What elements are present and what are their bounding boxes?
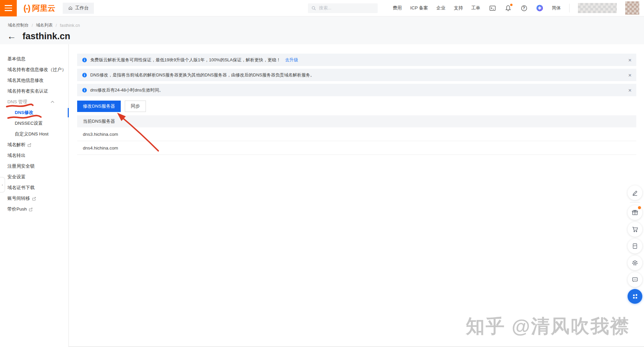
notification-dot xyxy=(510,4,513,6)
nav-enterprise[interactable]: 企业 xyxy=(436,5,445,11)
table-row: dns3.hichina.com xyxy=(77,127,636,141)
page-title-band: 域名控制台 / 域名列表 / fasthink.cn ← fasthink.cn xyxy=(0,16,644,44)
sidebar-item-account-transfer[interactable]: 账号间转移 xyxy=(0,193,68,204)
sidebar: 基本信息 域名持有者信息修改（过户） 域名其他信息修改 域名持有者实名认证 DN… xyxy=(0,44,69,347)
notification-bell-icon[interactable] xyxy=(504,4,512,12)
external-link-icon xyxy=(29,207,33,212)
content-bottom-divider xyxy=(69,346,644,347)
nav-icp[interactable]: ICP 备案 xyxy=(410,5,428,11)
sidebar-item-holder-info-change[interactable]: 域名持有者信息修改（过户） xyxy=(0,64,68,75)
nav-billing[interactable]: 费用 xyxy=(393,5,402,11)
page-title: fasthink.cn xyxy=(22,31,70,42)
nav-support[interactable]: 支持 xyxy=(454,5,463,11)
selected-indicator xyxy=(68,108,69,117)
nav-ticket[interactable]: 工单 xyxy=(471,5,480,11)
external-link-icon xyxy=(27,143,32,147)
chevron-right-icon: › xyxy=(2,183,3,187)
aliyun-logo[interactable]: (-) 阿里云 xyxy=(17,3,63,13)
breadcrumb-domain-console[interactable]: 域名控制台 xyxy=(8,22,29,28)
sidebar-item-registry-lock[interactable]: 注册局安全锁 xyxy=(0,161,68,172)
mobile-app-icon[interactable]: APP xyxy=(628,239,642,253)
app-download-icon[interactable] xyxy=(536,4,543,12)
banner-text: dns修改后有24-48小时dns生效时间。 xyxy=(90,87,163,93)
search-placeholder: 搜索... xyxy=(319,5,331,11)
sidebar-item-push-with-price[interactable]: 带价Push xyxy=(0,204,68,215)
close-icon[interactable]: × xyxy=(628,57,632,63)
hamburger-menu-icon[interactable] xyxy=(0,0,17,16)
toolbar-divider xyxy=(630,202,640,203)
sidebar-item-realname-auth[interactable]: 域名持有者实名认证 xyxy=(0,86,68,97)
sidebar-item-dnssec[interactable]: DNSSEC设置 xyxy=(0,118,68,129)
gift-icon[interactable] xyxy=(628,205,642,220)
sidebar-item-other-info-change[interactable]: 域名其他信息修改 xyxy=(0,75,68,86)
aliyun-logo-mark: (-) xyxy=(23,3,30,13)
back-arrow-icon[interactable]: ← xyxy=(7,32,16,41)
gift-notification-dot xyxy=(638,206,641,209)
close-icon[interactable]: × xyxy=(628,87,632,93)
close-icon[interactable]: × xyxy=(628,72,632,78)
cart-icon[interactable] xyxy=(628,222,642,237)
account-avatar-blurred[interactable] xyxy=(625,1,639,15)
info-banner-dns-explain: DNS修改，是指将当前域名的解析DNS服务器更换为其他的DNS服务器，由修改后的… xyxy=(77,69,636,81)
search-input[interactable]: 搜索... xyxy=(308,3,378,13)
upgrade-link[interactable]: 去升级 xyxy=(285,57,298,63)
table-header: 当前DNS服务器 xyxy=(77,115,636,127)
cloudshell-icon[interactable] xyxy=(489,4,496,12)
settings-gear-icon[interactable] xyxy=(628,255,642,270)
header-divider xyxy=(569,4,570,12)
sidebar-item-dns-modify[interactable]: DNS修改 xyxy=(0,107,68,118)
info-banner-dns-effect-time: dns修改后有24-48小时dns生效时间。 × xyxy=(77,84,636,96)
modify-dns-server-button[interactable]: 修改DNS服务器 xyxy=(77,101,121,112)
sidebar-item-basic-info[interactable]: 基本信息 xyxy=(0,54,68,64)
info-banner-upgrade: 免费版云解析无服务可用性保证，最低19块9升级个人版1年，100%的SLA保证，… xyxy=(77,54,636,66)
workbench-label: 工作台 xyxy=(75,5,89,11)
table-row: dns4.hichina.com xyxy=(77,141,636,155)
breadcrumb-domain-list[interactable]: 域名列表 xyxy=(36,22,53,28)
sidebar-group-dns-management[interactable]: DNS 管理 xyxy=(0,97,68,107)
banner-text: 免费版云解析无服务可用性保证，最低19块9升级个人版1年，100%的SLA保证，… xyxy=(90,57,281,63)
sidebar-item-security-settings[interactable]: 安全设置 xyxy=(0,172,68,182)
main-content: 免费版云解析无服务可用性保证，最低19块9升级个人版1年，100%的SLA保证，… xyxy=(69,44,644,347)
breadcrumb-current: fasthink.cn xyxy=(60,23,80,28)
info-icon xyxy=(82,88,87,93)
home-icon xyxy=(68,6,73,10)
banner-text: DNS修改，是指将当前域名的解析DNS服务器更换为其他的DNS服务器，由修改后的… xyxy=(90,72,315,78)
breadcrumb-separator: / xyxy=(32,23,33,28)
sidebar-collapse-handle[interactable]: › xyxy=(0,177,5,192)
svg-text:APP: APP xyxy=(633,245,637,247)
chat-feedback-icon[interactable] xyxy=(628,272,642,287)
feedback-pencil-icon[interactable] xyxy=(628,185,642,200)
sidebar-item-dns-resolution[interactable]: 域名解析 xyxy=(0,139,68,150)
current-dns-table: 当前DNS服务器 dns3.hichina.com dns4.hichina.c… xyxy=(77,115,636,155)
info-icon xyxy=(82,57,87,63)
info-icon xyxy=(82,72,87,78)
sync-button[interactable]: 同步 xyxy=(125,101,146,112)
sidebar-item-custom-dns-host[interactable]: 自定义DNS Host xyxy=(0,129,68,139)
top-header: (-) 阿里云 工作台 搜索... 费用 ICP 备案 企业 支持 工单 xyxy=(0,0,644,16)
help-icon[interactable]: ? xyxy=(520,4,528,12)
language-selector[interactable]: 简体 xyxy=(552,5,561,11)
help-glyph: ? xyxy=(523,6,525,10)
sidebar-item-cert-download[interactable]: 域名证书下载 xyxy=(0,182,68,193)
widgets-grid-icon[interactable] xyxy=(628,289,642,304)
external-link-icon xyxy=(32,196,36,201)
aliyun-logo-text: 阿里云 xyxy=(32,3,55,13)
chevron-up-icon xyxy=(51,101,54,103)
right-floating-toolbar: APP xyxy=(628,185,642,306)
workbench-tab[interactable]: 工作台 xyxy=(63,3,94,14)
search-icon xyxy=(311,6,316,11)
sidebar-item-domain-transfer-out[interactable]: 域名转出 xyxy=(0,150,68,161)
breadcrumb: 域名控制台 / 域名列表 / fasthink.cn xyxy=(8,22,80,28)
header-right: 搜索... 费用 ICP 备案 企业 支持 工单 ? xyxy=(308,1,644,15)
breadcrumb-separator: / xyxy=(56,23,57,28)
zhihu-watermark: 知乎 @清风吹我襟 xyxy=(466,314,630,339)
account-name-blurred[interactable] xyxy=(578,3,617,13)
